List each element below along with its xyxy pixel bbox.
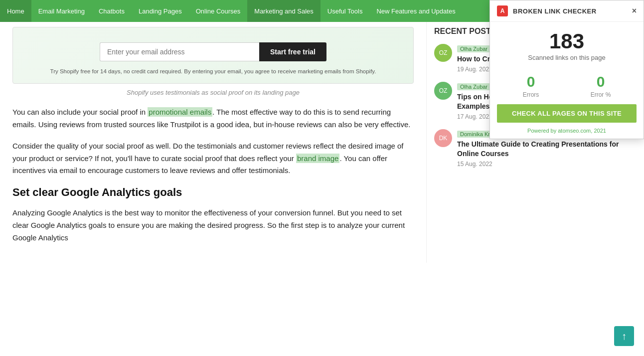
cta-subtext: Try Shopify free for 14 days, no credit … [23, 67, 403, 76]
blc-powered-label: Powered by atomseo.com, 2021 [490, 128, 644, 139]
paragraph-analytics: Analyzing Google Analytics is the best w… [12, 207, 414, 244]
blc-header: A BROKEN LINK CHECKER × [490, 0, 644, 22]
blc-check-all-button[interactable]: CHECK ALL PAGES ON THIS SITE [497, 104, 637, 123]
avatar-3: DK [434, 129, 452, 147]
analytics-heading: Set clear Google Analytics goals [12, 186, 414, 199]
nav-marketing-sales[interactable]: Marketing and Sales [247, 0, 321, 22]
avatar-1: OZ [434, 44, 452, 62]
nav-email-marketing[interactable]: Email Marketing [31, 0, 92, 22]
author-tag-2[interactable]: Olha Zubar [457, 83, 490, 90]
blc-error-pct-metric: 0 Error % [591, 73, 611, 98]
blc-scanned-number: 183 [497, 31, 637, 52]
nav-online-courses[interactable]: Online Courses [189, 0, 248, 22]
blc-title: BROKEN LINK CHECKER [513, 7, 627, 15]
post-title-3[interactable]: The Ultimate Guide to Creating Presentat… [457, 140, 637, 159]
blc-errors-number: 0 [523, 73, 539, 90]
nav-chatbots[interactable]: Chatbots [92, 0, 132, 22]
blc-errors-label: Errors [523, 91, 539, 98]
highlight-promotional-emails[interactable]: promotional emails [148, 107, 212, 117]
paragraph-quality: Consider the quality of your social proo… [12, 140, 414, 177]
caption-text: Shopify uses testimonials as social proo… [12, 89, 414, 96]
nav-features-updates[interactable]: New Features and Updates [369, 0, 462, 22]
blc-close-button[interactable]: × [632, 6, 637, 15]
email-input[interactable] [100, 42, 259, 61]
paragraph1-start: You can also include your social proof i… [12, 108, 148, 116]
start-trial-button[interactable]: Start free trial [259, 42, 326, 61]
nav-useful-tools[interactable]: Useful Tools [321, 0, 370, 22]
blc-error-pct-label: Error % [591, 91, 611, 98]
blc-error-pct-number: 0 [591, 73, 611, 90]
broken-link-checker-panel: A BROKEN LINK CHECKER × 183 Scanned link… [489, 0, 644, 139]
shopify-cta-box: Start free trial Try Shopify free for 14… [12, 27, 414, 84]
blc-errors-metric: 0 Errors [523, 73, 539, 98]
paragraph-social-proof: You can also include your social proof i… [12, 106, 414, 131]
blc-stats: 183 Scanned links on this page [490, 22, 644, 66]
blc-logo: A [497, 5, 508, 16]
post-date-3: 15 Aug. 2022 [457, 161, 637, 168]
author-tag-1[interactable]: Olha Zubar [457, 45, 490, 52]
content-area: Start free trial Try Shopify free for 14… [0, 22, 426, 263]
blc-scanned-label: Scanned links on this page [497, 54, 637, 61]
highlight-brand-image[interactable]: brand image [296, 154, 339, 163]
blc-metrics: 0 Errors 0 Error % [490, 66, 644, 104]
avatar-2: OZ [434, 82, 452, 100]
nav-home[interactable]: Home [0, 0, 31, 22]
nav-landing-pages[interactable]: Landing Pages [132, 0, 189, 22]
cta-form: Start free trial [23, 42, 403, 61]
